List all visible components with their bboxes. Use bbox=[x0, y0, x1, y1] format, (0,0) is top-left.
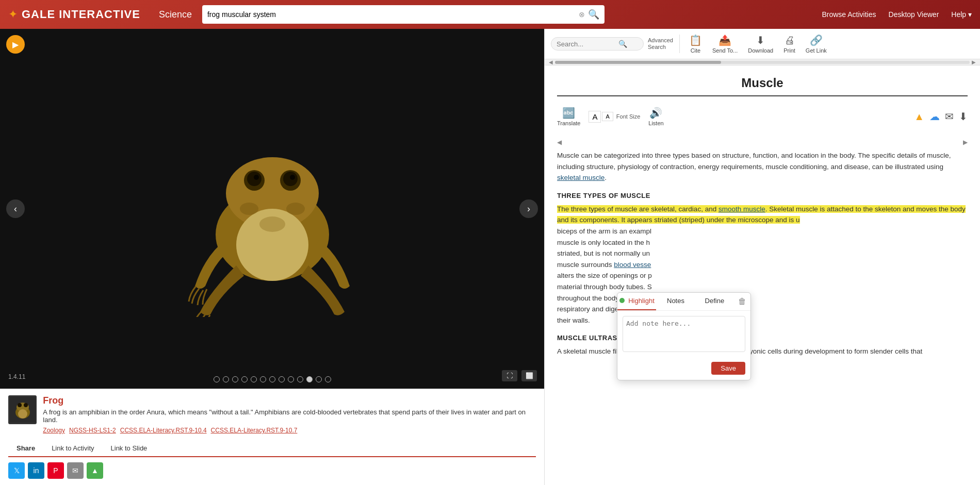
previous-slide-button[interactable]: ‹ bbox=[6, 199, 25, 218]
global-search-bar[interactable]: ⊗ 🔍 bbox=[202, 5, 605, 24]
fullscreen-button[interactable]: ⛶ bbox=[502, 370, 517, 381]
scroll-right-arrow[interactable]: ▶ bbox=[970, 59, 978, 65]
save-note-button[interactable]: Save bbox=[711, 362, 745, 375]
horizontal-scrollbar[interactable]: ◀ ▶ bbox=[545, 59, 980, 65]
listen-button[interactable]: 🔊 Listen bbox=[648, 107, 663, 126]
popup-note-area bbox=[617, 311, 750, 359]
para2-cont9: their walls. bbox=[557, 316, 590, 324]
main-content: ▶ ‹ bbox=[0, 29, 980, 485]
translate-button[interactable]: 🔤 Translate bbox=[557, 107, 580, 126]
article-search-input[interactable] bbox=[557, 40, 618, 48]
slide-dot-7[interactable] bbox=[269, 376, 275, 382]
slide-dot-6[interactable] bbox=[260, 376, 266, 382]
share-tabs: Share Link to Activity Link to Slide bbox=[8, 440, 536, 457]
content-scroll-nav: ◀ ▶ bbox=[557, 139, 968, 146]
right-panel: 🔍 AdvancedSearch 📋 Cite 📤 Send To... ⬇ D… bbox=[544, 29, 980, 485]
science-label: Science bbox=[159, 9, 192, 20]
cite-button[interactable]: 📋 Cite bbox=[686, 33, 705, 55]
popup-tabs: Highlight Notes Define 🗑 bbox=[617, 293, 750, 311]
article-tool-right: ▲ ☁ ✉ ⬇ bbox=[914, 110, 968, 123]
download-icon: ⬇ bbox=[756, 34, 765, 46]
scroll-thumb[interactable] bbox=[555, 61, 721, 64]
help-link[interactable]: Help ▾ bbox=[951, 10, 972, 19]
twitter-button[interactable]: 𝕏 bbox=[8, 462, 25, 479]
scroll-left-arrow[interactable]: ◀ bbox=[547, 59, 555, 65]
email-article-icon[interactable]: ✉ bbox=[945, 110, 954, 123]
next-slide-button[interactable]: › bbox=[519, 199, 538, 218]
highlight-popup: Highlight Notes Define 🗑 Save bbox=[617, 292, 751, 380]
link-slide-tab[interactable]: Link to Slide bbox=[103, 440, 156, 457]
nav-links: Browse Activities Desktop Viewer Help ▾ bbox=[822, 10, 972, 19]
frog-thumbnail bbox=[8, 395, 37, 424]
tag-ngss[interactable]: NGSS-HS-LS1-2 bbox=[69, 427, 116, 434]
download-button[interactable]: ⬇ Download bbox=[745, 33, 776, 55]
content-scroll-left[interactable]: ◀ bbox=[557, 139, 562, 146]
green-dot-icon bbox=[619, 298, 625, 303]
para2-cont5: alters the size of openings or p bbox=[557, 272, 652, 279]
define-tab-label: Define bbox=[705, 297, 725, 305]
pinterest-button[interactable]: P bbox=[47, 462, 64, 479]
delete-highlight-icon[interactable]: 🗑 bbox=[734, 293, 750, 310]
article-search-icon[interactable]: 🔍 bbox=[618, 40, 627, 48]
expand-arrow-button[interactable]: ▶ bbox=[6, 35, 25, 54]
slide-dot-1[interactable] bbox=[214, 376, 220, 382]
section1-heading: THREE TYPES OF MUSCLE bbox=[557, 192, 968, 199]
highlight-tab-label: Highlight bbox=[628, 297, 655, 305]
slide-dot-9[interactable] bbox=[288, 376, 294, 382]
share-tab[interactable]: Share bbox=[8, 440, 43, 457]
define-tab[interactable]: Define bbox=[695, 293, 734, 310]
logo-text: GALE INTERACTIVE bbox=[22, 8, 140, 21]
font-decrease-button[interactable]: A bbox=[602, 112, 613, 121]
slide-dot-10[interactable] bbox=[297, 376, 303, 382]
link-activity-tab[interactable]: Link to Activity bbox=[43, 440, 102, 457]
get-link-icon: 🔗 bbox=[810, 34, 823, 46]
global-search-input[interactable] bbox=[207, 10, 579, 19]
highlight-tab[interactable]: Highlight bbox=[617, 293, 656, 310]
email-share-button[interactable]: ✉ bbox=[67, 462, 84, 479]
svg-point-15 bbox=[18, 403, 22, 407]
google-drive-icon[interactable]: ▲ bbox=[914, 111, 924, 123]
social-icons: 𝕏 in P ✉ ▲ bbox=[8, 462, 536, 479]
slide-dot-4[interactable] bbox=[241, 376, 248, 382]
frog-image bbox=[0, 29, 544, 389]
tag-ccss1[interactable]: CCSS.ELA-Literacy.RST.9-10.4 bbox=[120, 427, 207, 434]
slide-dot-5[interactable] bbox=[251, 376, 257, 382]
get-link-label: Get Link bbox=[806, 47, 827, 54]
article-search-bar[interactable]: 🔍 bbox=[551, 37, 644, 51]
blood-vessels-link[interactable]: blood vesse bbox=[614, 261, 651, 269]
search-icon[interactable]: 🔍 bbox=[588, 9, 599, 20]
desktop-viewer-link[interactable]: Desktop Viewer bbox=[889, 10, 939, 19]
slide-counter: 1.4.11 bbox=[8, 373, 25, 380]
slide-dot-12[interactable] bbox=[316, 376, 322, 382]
browse-activities-link[interactable]: Browse Activities bbox=[822, 10, 876, 19]
info-panel: Frog A frog is an amphibian in the order… bbox=[0, 389, 544, 485]
frog-description: A frog is an amphibian in the order Anur… bbox=[43, 408, 536, 424]
tag-zoology[interactable]: Zoology bbox=[43, 427, 65, 434]
download-article-icon[interactable]: ⬇ bbox=[959, 110, 968, 123]
clear-search-icon[interactable]: ⊗ bbox=[579, 10, 585, 19]
frog-tags: Zoology NGSS-HS-LS1-2 CCSS.ELA-Literacy.… bbox=[43, 427, 536, 434]
classroom-button[interactable]: ▲ bbox=[87, 462, 103, 479]
slide-dot-2[interactable] bbox=[223, 376, 229, 382]
smooth-muscle-link[interactable]: smooth muscle bbox=[718, 205, 765, 213]
onedrive-icon[interactable]: ☁ bbox=[929, 110, 940, 123]
advanced-search-button[interactable]: AdvancedSearch bbox=[648, 37, 673, 51]
print-button[interactable]: 🖨 Print bbox=[780, 34, 798, 55]
slide-dot-11[interactable] bbox=[306, 376, 313, 382]
slide-dot-3[interactable] bbox=[232, 376, 238, 382]
content-scroll-right[interactable]: ▶ bbox=[963, 139, 968, 146]
linkedin-button[interactable]: in bbox=[28, 462, 44, 479]
expand-button[interactable]: ⬜ bbox=[521, 370, 537, 381]
slide-dot-13[interactable] bbox=[325, 376, 331, 382]
translate-icon: 🔤 bbox=[562, 107, 575, 119]
get-link-button[interactable]: 🔗 Get Link bbox=[803, 33, 830, 55]
slide-dot-8[interactable] bbox=[279, 376, 285, 382]
right-toolbar: 🔍 AdvancedSearch 📋 Cite 📤 Send To... ⬇ D… bbox=[545, 29, 980, 59]
skeletal-muscle-link[interactable]: skeletal muscle bbox=[557, 174, 605, 181]
send-to-button[interactable]: 📤 Send To... bbox=[709, 33, 741, 55]
font-increase-button[interactable]: A bbox=[589, 111, 601, 123]
note-textarea[interactable] bbox=[623, 316, 745, 352]
notes-tab[interactable]: Notes bbox=[656, 293, 695, 310]
tag-ccss2[interactable]: CCSS.ELA-Literacy.RST.9-10.7 bbox=[211, 427, 298, 434]
viewer-panel: ▶ ‹ bbox=[0, 29, 544, 485]
